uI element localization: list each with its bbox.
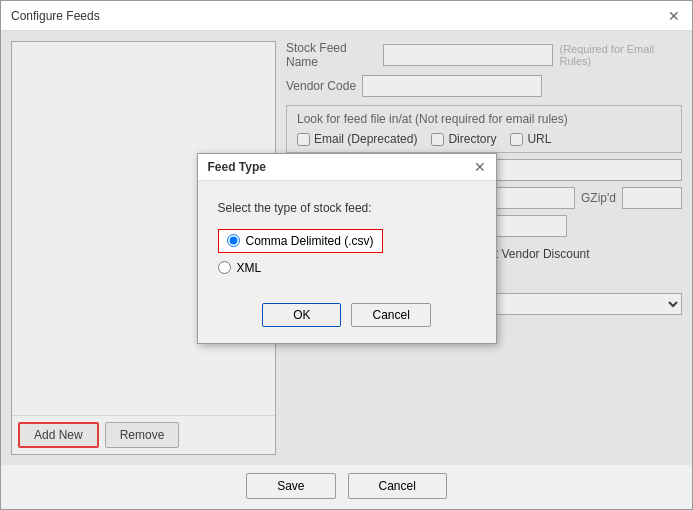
- modal-close-button[interactable]: ✕: [474, 159, 486, 175]
- xml-label: XML: [237, 261, 262, 275]
- modal-title-bar: Feed Type ✕: [198, 154, 496, 181]
- configure-feeds-window: Configure Feeds ✕ Add New Remove Stock F…: [0, 0, 693, 510]
- modal-cancel-button[interactable]: Cancel: [351, 303, 430, 327]
- window-title: Configure Feeds: [11, 9, 100, 23]
- xml-radio[interactable]: [218, 261, 231, 274]
- bottom-buttons: Save Cancel: [1, 465, 692, 509]
- modal-buttons: OK Cancel: [198, 293, 496, 343]
- save-button[interactable]: Save: [246, 473, 335, 499]
- title-bar: Configure Feeds ✕: [1, 1, 692, 31]
- feed-type-modal: Feed Type ✕ Select the type of stock fee…: [197, 153, 497, 344]
- modal-body: Select the type of stock feed: Comma Del…: [198, 181, 496, 293]
- modal-title: Feed Type: [208, 160, 266, 174]
- csv-option: Comma Delimited (.csv): [218, 229, 476, 253]
- xml-option: XML: [218, 261, 476, 275]
- modal-overlay: Feed Type ✕ Select the type of stock fee…: [1, 31, 692, 465]
- ok-button[interactable]: OK: [262, 303, 341, 327]
- modal-description: Select the type of stock feed:: [218, 201, 476, 215]
- csv-option-box: Comma Delimited (.csv): [218, 229, 383, 253]
- main-content: Add New Remove Stock Feed Name (Required…: [1, 31, 692, 465]
- cancel-button[interactable]: Cancel: [348, 473, 447, 499]
- csv-radio[interactable]: [227, 234, 240, 247]
- csv-label: Comma Delimited (.csv): [246, 234, 374, 248]
- window-close-button[interactable]: ✕: [666, 8, 682, 24]
